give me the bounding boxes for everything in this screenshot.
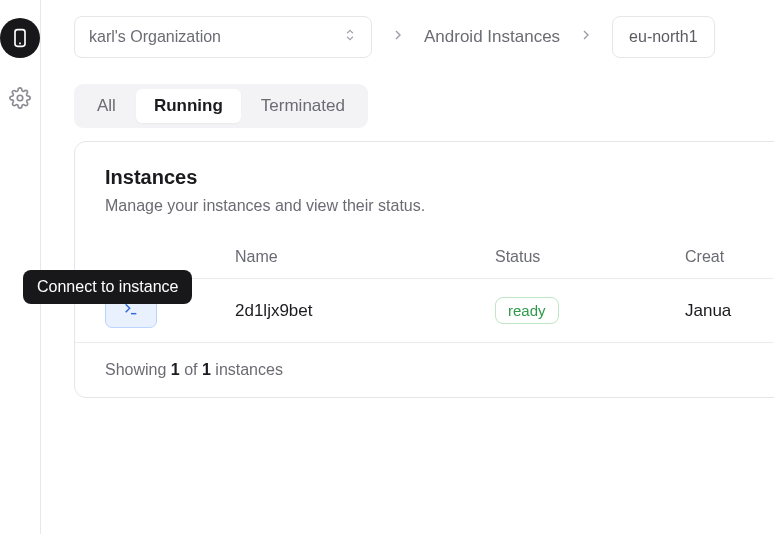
page-title: Instances bbox=[105, 166, 763, 189]
connect-tooltip: Connect to instance bbox=[23, 270, 192, 304]
chevron-right-icon bbox=[578, 27, 594, 47]
org-selector[interactable]: karl's Organization bbox=[74, 16, 372, 58]
tabs: All Running Terminated bbox=[74, 84, 368, 128]
settings-icon[interactable] bbox=[6, 84, 34, 112]
chevron-right-icon bbox=[390, 27, 406, 47]
tab-all[interactable]: All bbox=[79, 89, 134, 123]
sidebar bbox=[0, 0, 41, 534]
status-badge: ready bbox=[495, 297, 559, 324]
main-content: karl's Organization Android Instances eu… bbox=[41, 0, 774, 534]
instance-name: 2d1ljx9bet bbox=[235, 301, 495, 321]
tab-terminated[interactable]: Terminated bbox=[243, 89, 363, 123]
region-selector[interactable]: eu-north1 bbox=[612, 16, 715, 58]
breadcrumb: karl's Organization Android Instances eu… bbox=[74, 16, 774, 58]
col-name: Name bbox=[235, 248, 495, 266]
brand-icon bbox=[0, 18, 40, 58]
table-footer: Showing 1 of 1 instances bbox=[75, 343, 774, 397]
region-label: eu-north1 bbox=[629, 28, 698, 46]
org-label: karl's Organization bbox=[89, 28, 221, 46]
chevrons-up-down-icon bbox=[343, 26, 357, 48]
col-status: Status bbox=[495, 248, 685, 266]
card-header: Instances Manage your instances and view… bbox=[75, 142, 774, 235]
instance-created: Janua bbox=[685, 301, 763, 321]
breadcrumb-section[interactable]: Android Instances bbox=[424, 27, 560, 47]
col-created: Creat bbox=[685, 248, 763, 266]
page-subtitle: Manage your instances and view their sta… bbox=[105, 197, 763, 215]
tab-running[interactable]: Running bbox=[136, 89, 241, 123]
svg-point-2 bbox=[17, 95, 23, 101]
